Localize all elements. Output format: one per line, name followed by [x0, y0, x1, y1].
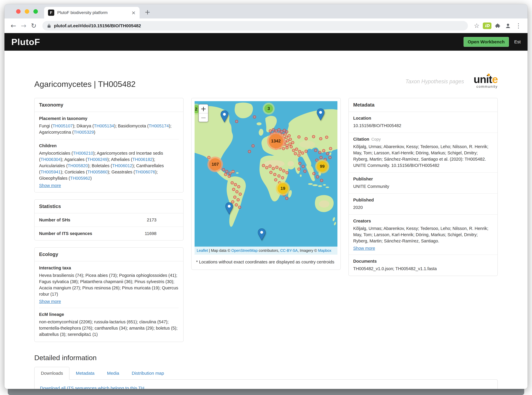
occurrence-marker[interactable]	[262, 164, 265, 167]
inline-link[interactable]: Leaflet	[197, 248, 208, 252]
occurrence-marker[interactable]	[269, 129, 272, 132]
occurrence-marker[interactable]	[234, 183, 237, 186]
occurrence-marker[interactable]	[292, 149, 295, 152]
occurrence-marker[interactable]	[302, 165, 305, 168]
occurrence-marker[interactable]	[320, 156, 323, 159]
inline-link[interactable]: TH005860	[87, 170, 107, 174]
occurrence-marker[interactable]	[239, 192, 242, 196]
occurrence-marker[interactable]	[298, 167, 301, 171]
taxonomy-show-more-link[interactable]: Show more	[39, 183, 61, 188]
occurrence-marker[interactable]	[231, 181, 234, 184]
location-pin[interactable]	[220, 110, 229, 123]
back-icon[interactable]: ←	[8, 22, 18, 29]
profile-avatar-icon[interactable]	[503, 22, 513, 29]
inline-link[interactable]: TH006210	[73, 151, 93, 156]
language-link[interactable]: Est	[514, 39, 521, 44]
inline-link[interactable]: CC-BY-SA	[280, 248, 298, 252]
map[interactable]: 2313421079919 + − Leaflet | Map data © O…	[194, 101, 337, 255]
inline-link[interactable]: TH006012	[112, 163, 132, 168]
inline-link[interactable]: TH005820	[68, 163, 88, 168]
forward-icon[interactable]: →	[18, 22, 29, 29]
occurrence-marker[interactable]	[289, 138, 292, 141]
occurrence-marker[interactable]	[235, 120, 238, 123]
occurrence-marker[interactable]	[314, 149, 317, 152]
tab-downloads[interactable]: Downloads	[34, 367, 69, 380]
occurrence-marker[interactable]	[298, 162, 301, 165]
occurrence-marker[interactable]	[275, 166, 278, 169]
occurrence-marker[interactable]	[274, 178, 277, 181]
occurrence-marker[interactable]	[294, 152, 297, 155]
inline-link[interactable]: TH005962	[70, 176, 90, 181]
new-tab-button[interactable]: +	[145, 8, 150, 16]
inline-link[interactable]: TH006182	[132, 157, 152, 162]
bookmark-star-icon[interactable]: ☆	[471, 22, 482, 29]
inline-link[interactable]: TH006304	[41, 157, 61, 162]
occurrence-marker[interactable]	[290, 145, 293, 148]
occurrence-marker[interactable]	[286, 171, 289, 174]
occurrence-marker[interactable]	[272, 128, 275, 131]
occurrence-marker[interactable]	[298, 154, 301, 157]
occurrence-marker[interactable]	[228, 175, 231, 178]
doi-link[interactable]: 10.15156/BIO/TH005482	[353, 123, 401, 128]
occurrence-marker[interactable]	[281, 176, 284, 179]
cluster-marker[interactable]: 3	[263, 103, 275, 115]
occurrence-marker[interactable]	[237, 185, 240, 188]
location-pin[interactable]	[225, 202, 233, 215]
occurrence-marker[interactable]	[232, 188, 235, 191]
unite-logo[interactable]: unite community	[474, 75, 498, 89]
occurrence-marker[interactable]	[235, 203, 238, 206]
occurrence-marker[interactable]	[233, 196, 237, 199]
copy-citation-button[interactable]: Copy	[371, 137, 381, 142]
occurrence-marker[interactable]	[237, 198, 240, 201]
occurrence-marker[interactable]	[238, 206, 241, 209]
tab-media[interactable]: Media	[101, 367, 126, 379]
occurrence-marker[interactable]	[316, 175, 319, 178]
occurrence-marker[interactable]	[252, 144, 255, 147]
occurrence-marker[interactable]	[325, 136, 328, 139]
inline-link[interactable]: TH005941	[41, 170, 61, 174]
inline-link[interactable]: TH006076	[135, 170, 155, 174]
inline-link[interactable]: TH005329	[74, 130, 94, 135]
url-bar[interactable]: plutof.ut.ee/#/doi/10.15156/BIO/TH005482	[42, 21, 468, 31]
occurrence-marker[interactable]	[229, 172, 232, 175]
occurrence-marker[interactable]	[298, 150, 301, 153]
occurrence-marker[interactable]	[286, 146, 289, 149]
occurrence-marker[interactable]	[272, 167, 275, 170]
cluster-marker[interactable]: 107	[207, 157, 223, 172]
inline-link[interactable]: TH005174	[149, 124, 169, 128]
occurrence-marker[interactable]	[305, 137, 308, 140]
orcid-extension-icon[interactable]: iD	[482, 22, 492, 29]
occurrence-marker[interactable]	[285, 197, 288, 200]
occurrence-marker[interactable]	[318, 151, 321, 154]
occurrence-marker[interactable]	[273, 173, 277, 176]
occurrence-marker[interactable]	[225, 170, 228, 173]
occurrence-marker[interactable]	[298, 135, 301, 138]
ecology-show-more-link[interactable]: Show more	[39, 299, 61, 304]
extensions-puzzle-icon[interactable]	[492, 23, 503, 29]
occurrence-marker[interactable]	[328, 156, 332, 159]
tab-close-icon[interactable]: ×	[132, 10, 136, 16]
occurrence-marker[interactable]	[279, 167, 282, 171]
occurrence-marker[interactable]	[326, 152, 329, 155]
zoom-in-button[interactable]: +	[199, 104, 208, 113]
occurrence-marker[interactable]	[282, 147, 285, 150]
occurrence-marker[interactable]	[265, 166, 268, 169]
reload-icon[interactable]: ↻	[29, 22, 39, 29]
occurrence-marker[interactable]	[269, 165, 272, 168]
location-pin[interactable]	[257, 228, 266, 241]
inline-link[interactable]: TH005134	[94, 124, 114, 128]
location-pin[interactable]	[316, 108, 325, 121]
browser-tab[interactable]: F PlutoF biodiversity platform ×	[44, 7, 139, 18]
occurrence-marker[interactable]	[320, 179, 323, 182]
occurrence-marker[interactable]	[295, 148, 298, 151]
ssl-lock-icon[interactable]	[47, 23, 51, 28]
occurrence-marker[interactable]	[329, 147, 332, 150]
close-window-button[interactable]	[16, 9, 21, 14]
occurrence-marker[interactable]	[224, 173, 227, 176]
occurrence-marker[interactable]	[305, 150, 308, 153]
creators-show-more-link[interactable]: Show more	[353, 246, 375, 251]
tab-distribution-map[interactable]: Distribution map	[125, 367, 170, 379]
browser-menu-icon[interactable]: ⋮	[513, 22, 524, 29]
tab-metadata[interactable]: Metadata	[69, 367, 101, 379]
plutof-logo[interactable]: PlutoF	[11, 37, 40, 47]
